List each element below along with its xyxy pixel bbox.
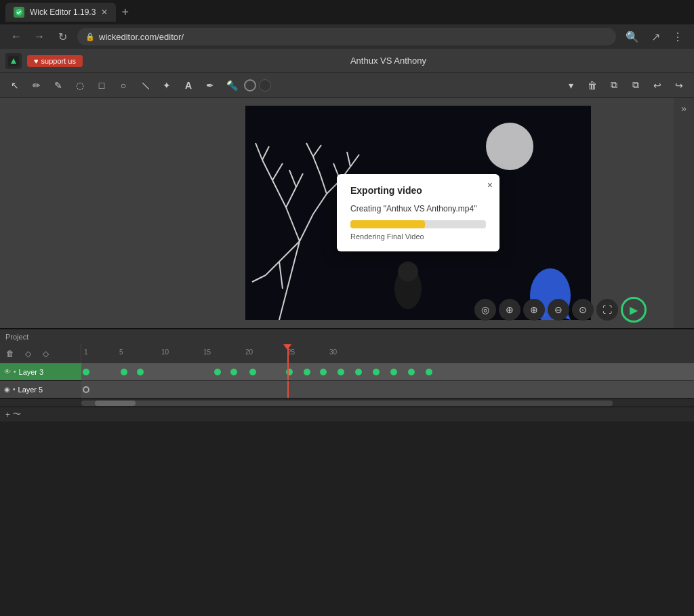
keyframe[interactable] — [214, 369, 221, 375]
layer-3-lock[interactable]: • — [14, 368, 16, 375]
keyframe[interactable] — [137, 369, 144, 375]
left-panel — [0, 98, 163, 328]
eraser-tool[interactable]: ◌ — [70, 76, 89, 95]
keyframe[interactable] — [426, 369, 432, 375]
browser-chrome: Wick Editor 1.19.3 ✕ + ← → ↻ 🔒 wickedito… — [0, 0, 694, 49]
ruler-mark-1: 1 — [84, 348, 88, 356]
keyframe[interactable] — [355, 369, 362, 375]
scroll-thumb[interactable] — [95, 401, 136, 406]
timeline-header: Project — [0, 329, 694, 344]
layer-3-eye[interactable]: 👁 — [4, 368, 11, 375]
new-tab-button[interactable]: + — [116, 5, 134, 20]
duplicate-button[interactable]: ⧉ — [605, 76, 624, 95]
stroke-color[interactable] — [244, 79, 256, 91]
heart-icon: ♥ — [34, 57, 39, 65]
fullscreen-button[interactable]: ⛶ — [596, 299, 618, 321]
tab-close-btn[interactable]: ✕ — [101, 7, 108, 17]
back-button[interactable]: ← — [8, 30, 24, 43]
keyframe[interactable] — [121, 369, 127, 375]
layer-5-track[interactable] — [81, 381, 694, 398]
url-bar[interactable]: 🔒 wickeditor.com/editor/ — [77, 28, 616, 45]
dialog-title: Exporting video — [350, 185, 486, 196]
line-tool[interactable]: | — [131, 72, 159, 99]
timeline-controls: 🗑 ◇ ◇ — [0, 344, 81, 363]
timeline-ruler: 1 5 10 15 20 25 30 — [81, 344, 694, 363]
progress-bar-background — [350, 220, 486, 228]
redo-button[interactable]: ↪ — [670, 76, 689, 95]
select-tool[interactable]: ↖ — [5, 76, 24, 95]
delete-button[interactable]: 🗑 — [583, 76, 602, 95]
timeline-bottom: + 〜 — [0, 407, 694, 422]
add-keyframe-button[interactable]: ◇ — [20, 346, 35, 361]
playhead-ruler — [287, 344, 289, 363]
ruler-mark-30: 30 — [329, 348, 337, 356]
progress-bar-fill — [350, 220, 425, 228]
ellipse-tool[interactable]: ○ — [114, 76, 133, 95]
app-logo — [5, 53, 22, 69]
keyframe[interactable] — [249, 369, 256, 375]
eyedropper-tool[interactable]: 🔦 — [222, 76, 241, 95]
keyframe[interactable] — [320, 369, 327, 375]
add-layer-button[interactable]: + — [5, 410, 10, 419]
keyframe[interactable] — [390, 369, 397, 375]
app-header: ♥ support us Anthux VS Anthony — [0, 49, 694, 73]
layer-5-eye[interactable]: ◉ — [4, 386, 10, 393]
pen-tool[interactable]: ✒ — [201, 76, 220, 95]
right-panel[interactable]: » — [674, 98, 694, 328]
layer-3-track[interactable] — [81, 363, 694, 381]
path-tool[interactable]: ✦ — [157, 76, 176, 95]
keyframe[interactable] — [230, 369, 237, 375]
undo-button[interactable]: ↩ — [648, 76, 667, 95]
keyframe[interactable] — [373, 369, 380, 375]
layer-3-name: Layer 3 — [19, 368, 77, 376]
menu-button[interactable]: ⋮ — [670, 30, 686, 43]
layer-5-row: ◉ • Layer 5 — [0, 381, 694, 398]
keyframe[interactable] — [83, 369, 89, 375]
lock-icon: 🔒 — [85, 33, 95, 41]
dialog-filename: Creating "Anthux VS Anthony.mp4" — [350, 204, 486, 213]
keyframe[interactable] — [304, 369, 310, 375]
canvas-area: Exporting video × Creating "Anthux VS An… — [163, 98, 674, 328]
dialog-close-button[interactable]: × — [487, 180, 493, 190]
text-tool[interactable]: A — [179, 76, 198, 95]
tab-bar: Wick Editor 1.19.3 ✕ + — [0, 0, 694, 24]
layer-5-lock[interactable]: • — [13, 386, 16, 393]
playhead-layer5 — [287, 381, 289, 398]
address-bar: ← → ↻ 🔒 wickeditor.com/editor/ 🔍 ↗ ⋮ — [0, 24, 694, 49]
timeline-scrollbar[interactable] — [0, 398, 694, 407]
play-button[interactable]: ▶ — [621, 297, 647, 323]
url-text: wickeditor.com/editor/ — [99, 32, 184, 42]
keyframe[interactable] — [408, 369, 415, 375]
empty-keyframe[interactable] — [83, 386, 89, 393]
fill-indicator — [244, 79, 271, 91]
support-button[interactable]: ♥ support us — [27, 55, 83, 67]
dropdown-button[interactable]: ▾ — [561, 76, 580, 95]
ruler-mark-5: 5 — [119, 348, 123, 356]
canvas-frame: Exporting video × Creating "Anthux VS An… — [245, 106, 591, 320]
timeline-ruler-row: 🗑 ◇ ◇ 1 5 10 15 20 25 30 — [0, 344, 694, 363]
refresh-button[interactable]: ↻ — [54, 30, 70, 43]
share-button[interactable]: ↗ — [649, 30, 663, 43]
collapse-icon: » — [681, 103, 687, 114]
search-button[interactable]: 🔍 — [623, 30, 642, 43]
ruler-mark-20: 20 — [245, 348, 253, 356]
copy-button[interactable]: ⧉ — [626, 76, 645, 95]
toolbar-right: ▾ 🗑 ⧉ ⧉ ↩ ↪ — [561, 76, 689, 95]
keyframe[interactable] — [338, 369, 344, 375]
pencil-tool[interactable]: ✏ — [27, 76, 46, 95]
forward-button[interactable]: → — [31, 30, 47, 43]
add-blank-keyframe-button[interactable]: ◇ — [38, 346, 53, 361]
fill-color[interactable] — [259, 79, 271, 91]
playhead-layer3 — [287, 363, 289, 380]
playhead-flag — [283, 344, 291, 350]
layer-5-name: Layer 5 — [18, 386, 77, 394]
toolbar: ↖ ✏ ✎ ◌ □ ○ | ✦ A ✒ 🔦 ▾ 🗑 ⧉ ⧉ ↩ ↪ — [0, 73, 694, 98]
brush-tool[interactable]: ✎ — [49, 76, 68, 95]
timeline: Project 🗑 ◇ ◇ 1 5 10 15 20 25 30 👁 • L — [0, 328, 694, 403]
delete-keyframe-button[interactable]: 🗑 — [3, 346, 18, 361]
tab-title: Wick Editor 1.19.3 — [30, 7, 96, 17]
support-label: support us — [41, 57, 76, 65]
waveform-button[interactable]: 〜 — [13, 409, 21, 420]
rectangle-tool[interactable]: □ — [92, 76, 111, 95]
active-tab[interactable]: Wick Editor 1.19.3 ✕ — [5, 3, 116, 22]
